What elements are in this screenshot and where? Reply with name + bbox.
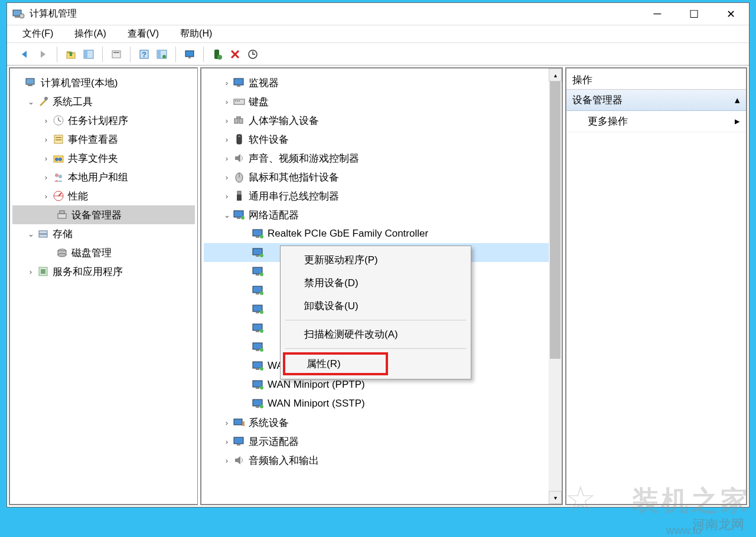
cat-hid[interactable]: ›人体学输入设备 [204,111,559,130]
svg-rect-24 [56,139,61,140]
svg-rect-46 [234,119,238,123]
tree-event-viewer[interactable]: › 事件查看器 [12,130,195,149]
services-icon [36,265,50,278]
tree-local-users[interactable]: › 本地用户和组 [12,168,195,186]
svg-rect-19 [28,84,32,86]
menu-help[interactable]: 帮助(H) [175,25,217,42]
ctx-disable-device[interactable]: 禁用设备(D) [281,271,471,294]
cat-monitor[interactable]: ›监视器 [204,73,559,92]
export-button[interactable] [109,47,124,62]
svg-rect-68 [256,293,259,294]
scroll-down-button[interactable]: ▾ [549,491,562,504]
tree-performance[interactable]: › 性能 [12,186,195,205]
svg-rect-1 [15,16,19,18]
install-button[interactable] [210,47,225,62]
toolbar: ? [7,43,749,66]
ctx-uninstall-device[interactable]: 卸载设备(U) [281,294,471,317]
device-tree-pane[interactable]: ›监视器 ›键盘 ›人体学输入设备 ›软件设备 ›声音、视频和游戏控制器 ›鼠标… [200,67,563,505]
network-adapter-icon [251,397,265,410]
svg-rect-88 [234,419,242,425]
tree-disk-management[interactable]: 磁盘管理 [12,243,195,262]
svg-rect-91 [237,444,240,446]
tree-shared-folders[interactable]: › 共享文件夹 [12,149,195,168]
svg-rect-74 [256,330,259,332]
svg-point-63 [260,254,263,257]
cat-system-devices[interactable]: ›系统设备 [204,413,559,432]
svg-rect-7 [113,52,119,53]
actions-pane: 操作 设备管理器 ▴ 更多操作 ▸ [565,67,747,505]
svg-point-12 [162,55,166,58]
vertical-scrollbar[interactable]: ▴ ▾ [549,68,562,504]
network-adapter-icon [232,208,246,221]
svg-rect-32 [60,211,64,214]
ctx-properties[interactable]: 属性(R) [283,352,388,375]
monitor-icon-button[interactable] [182,47,197,62]
up-button[interactable] [63,47,79,62]
svg-rect-56 [237,217,240,219]
svg-rect-31 [58,214,66,218]
svg-point-78 [260,348,263,352]
svg-rect-39 [41,269,45,274]
tree-root[interactable]: 计算机管理(本地) [12,73,195,92]
titlebar[interactable]: 计算机管理 ─ ☐ ✕ [7,3,749,25]
cat-software[interactable]: ›软件设备 [204,130,559,149]
minimize-button[interactable]: ─ [639,3,676,25]
display-adapter-icon [232,435,246,448]
refresh-button[interactable] [154,47,170,62]
cat-display[interactable]: ›显示适配器 [204,432,559,451]
device-manager-icon [55,208,69,221]
navigation-tree-pane[interactable]: 计算机管理(本地) ⌄ 系统工具 › 任务计划程序 › 事件查看器 › 共享文件… [9,67,198,505]
close-button[interactable]: ✕ [712,3,749,25]
actions-section[interactable]: 设备管理器 ▴ [566,90,746,111]
menu-action[interactable]: 操作(A) [70,25,110,42]
tree-device-manager[interactable]: 设备管理器 [12,205,195,224]
maximize-button[interactable]: ☐ [676,3,712,25]
cat-sound[interactable]: ›声音、视频和游戏控制器 [204,149,559,168]
help-button[interactable]: ? [136,47,152,62]
svg-rect-83 [256,387,259,389]
dev-wan-sstp[interactable]: WAN Miniport (SSTP) [204,394,559,413]
network-adapter-icon [251,246,265,259]
svg-rect-40 [234,78,243,85]
window-controls: ─ ☐ ✕ [639,3,749,25]
menu-file[interactable]: 文件(F) [18,25,58,42]
actions-more[interactable]: 更多操作 ▸ [566,111,746,132]
ctx-update-driver[interactable]: 更新驱动程序(P) [281,248,471,271]
software-icon [232,133,246,146]
ctx-scan-hardware[interactable]: 扫描检测硬件改动(A) [281,323,471,346]
cat-network[interactable]: ⌄网络适配器 [204,205,559,224]
tree-system-tools[interactable]: ⌄ 系统工具 [12,92,195,111]
svg-rect-45 [239,100,240,101]
svg-rect-50 [238,136,240,137]
menu-view[interactable]: 查看(V) [123,25,164,42]
tree-services[interactable]: › 服务和应用程序 [12,262,195,281]
cat-mouse[interactable]: ›鼠标和其他指针设备 [204,168,559,186]
cat-keyboard[interactable]: ›键盘 [204,92,559,111]
dev-realtek[interactable]: Realtek PCIe GbE Family Controller [204,224,559,243]
back-button[interactable] [18,47,33,62]
svg-point-84 [260,386,263,389]
watermark-text3: www.lo [666,524,702,537]
scroll-thumb[interactable] [550,81,561,359]
cat-usb[interactable]: ›通用串行总线控制器 [204,186,559,205]
svg-point-16 [217,55,222,60]
forward-button[interactable] [35,47,51,62]
cat-audio-io[interactable]: ›音频输入和输出 [204,451,559,470]
svg-point-2 [19,14,24,18]
svg-rect-71 [256,312,259,313]
svg-rect-23 [56,137,61,138]
scroll-up-button[interactable]: ▴ [549,68,562,81]
svg-rect-62 [256,255,259,257]
tree-storage[interactable]: ⌄ 存储 [12,224,195,243]
menubar: 文件(F) 操作(A) 查看(V) 帮助(H) [7,25,749,43]
svg-rect-14 [188,57,191,58]
svg-point-66 [260,273,263,276]
svg-point-69 [260,292,263,295]
delete-button[interactable] [227,47,243,62]
svg-rect-41 [237,85,240,87]
show-hide-tree-button[interactable] [81,47,96,62]
scan-button[interactable] [245,47,260,62]
system-device-icon [232,416,246,429]
svg-rect-77 [256,349,259,351]
tree-task-scheduler[interactable]: › 任务计划程序 [12,111,195,130]
